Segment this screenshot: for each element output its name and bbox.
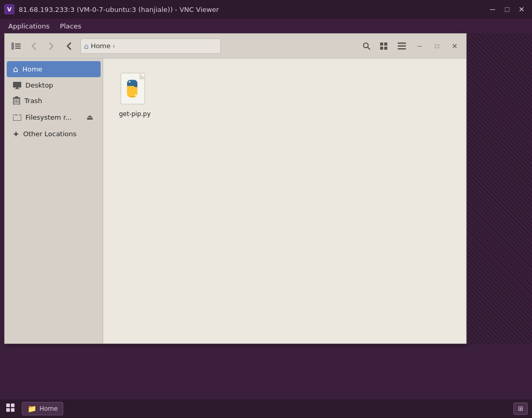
sidebar-item-filesystem-label: Filesystem r... [25, 113, 86, 121]
location-bar[interactable]: ⌂ Home › [80, 38, 221, 54]
window-title: 81.68.193.233:3 (VM-0-7-ubuntu:3 (hanjia… [19, 6, 486, 13]
sidebar-item-home-label: Home [22, 65, 42, 73]
forward-button[interactable] [43, 38, 60, 54]
location-home-icon: ⌂ [84, 42, 89, 50]
svg-rect-1 [15, 44, 21, 45]
home-icon: ⌂ [13, 64, 18, 74]
svg-rect-9 [384, 47, 387, 50]
close-button[interactable]: ✕ [515, 4, 528, 15]
fm-maximize-button[interactable]: □ [429, 38, 445, 54]
svg-rect-23 [13, 115, 16, 116]
svg-rect-3 [15, 48, 21, 49]
svg-line-5 [368, 47, 370, 49]
fm-close-button[interactable]: ✕ [446, 38, 463, 54]
file-manager-window: ⌂ Home › [4, 33, 467, 344]
view-options-button[interactable] [394, 38, 410, 54]
svg-rect-32 [11, 408, 15, 412]
parent-button[interactable] [61, 38, 77, 54]
titlebar-controls: ─ □ ✕ [486, 4, 528, 15]
taskbar-left [4, 401, 18, 416]
fm-sidebar: ⌂ Home Desktop [5, 59, 103, 343]
svg-rect-18 [15, 96, 18, 97]
python-file-icon [120, 72, 150, 107]
sidebar-item-desktop-label: Desktop [25, 81, 53, 89]
app-icon: V [4, 4, 15, 15]
file-label-get-pip: get-pip.py [119, 110, 150, 118]
taskbar-window-label: Home [39, 405, 58, 412]
view-toggle-button[interactable] [376, 38, 393, 54]
menubar: Applications Places [0, 19, 532, 33]
sidebar-item-other-locations[interactable]: + Other Locations [7, 126, 101, 141]
svg-rect-7 [384, 42, 387, 46]
fm-toolbar: ⌂ Home › [5, 34, 466, 59]
sidebar-item-trash-label: Trash [24, 97, 42, 105]
svg-rect-2 [15, 46, 21, 47]
svg-point-28 [135, 95, 137, 96]
sidebar-item-home[interactable]: ⌂ Home [7, 61, 101, 77]
fm-content: get-pip.py [103, 59, 466, 343]
svg-rect-31 [6, 408, 10, 412]
plus-icon: + [13, 129, 19, 138]
taskbar: 📁 Home ⊞ [0, 399, 532, 418]
desktop-icon [13, 82, 21, 89]
titlebar: V 81.68.193.233:3 (VM-0-7-ubuntu:3 (hanj… [0, 0, 532, 19]
svg-rect-13 [13, 82, 21, 88]
fm-body: ⌂ Home Desktop [5, 59, 466, 343]
eject-icon[interactable]: ⏏ [86, 112, 94, 122]
svg-rect-14 [16, 88, 18, 89]
right-panel [467, 33, 532, 344]
file-icon-wrapper [118, 71, 151, 108]
svg-rect-15 [15, 89, 20, 89]
svg-rect-17 [13, 97, 20, 98]
file-item-get-pip[interactable]: get-pip.py [111, 67, 158, 122]
maximize-button[interactable]: □ [501, 4, 513, 15]
search-button[interactable] [358, 38, 375, 54]
sidebar-item-filesystem[interactable]: Filesystem r... ⏏ [7, 109, 101, 125]
location-arrow: › [113, 42, 115, 50]
sidebar-toggle-button[interactable] [8, 38, 24, 54]
svg-point-27 [129, 81, 131, 83]
menu-applications[interactable]: Applications [4, 21, 53, 31]
svg-rect-29 [6, 403, 10, 407]
filesystem-icon [13, 113, 21, 121]
svg-rect-6 [380, 42, 383, 46]
svg-rect-11 [398, 45, 406, 47]
sidebar-item-trash[interactable]: Trash [7, 93, 101, 108]
taskbar-window-item[interactable]: 📁 Home [22, 402, 63, 415]
sidebar-item-other-locations-label: Other Locations [23, 130, 77, 138]
taskbar-tray: ⊞ [513, 402, 528, 415]
toolbar-right: ─ □ ✕ [358, 38, 463, 54]
menu-places[interactable]: Places [55, 21, 85, 31]
location-text: Home [91, 42, 110, 50]
fm-minimize-button[interactable]: ─ [411, 38, 428, 54]
svg-rect-0 [11, 42, 14, 50]
taskbar-app-button[interactable] [4, 401, 18, 416]
svg-rect-12 [398, 48, 406, 50]
taskbar-window-icon: 📁 [27, 405, 36, 413]
svg-rect-30 [11, 403, 15, 407]
svg-rect-8 [380, 47, 383, 50]
taskbar-right: ⊞ [513, 402, 528, 415]
sidebar-item-desktop[interactable]: Desktop [7, 78, 101, 92]
trash-icon [13, 96, 20, 105]
back-button[interactable] [25, 38, 42, 54]
svg-rect-10 [398, 42, 406, 44]
minimize-button[interactable]: ─ [486, 4, 499, 15]
